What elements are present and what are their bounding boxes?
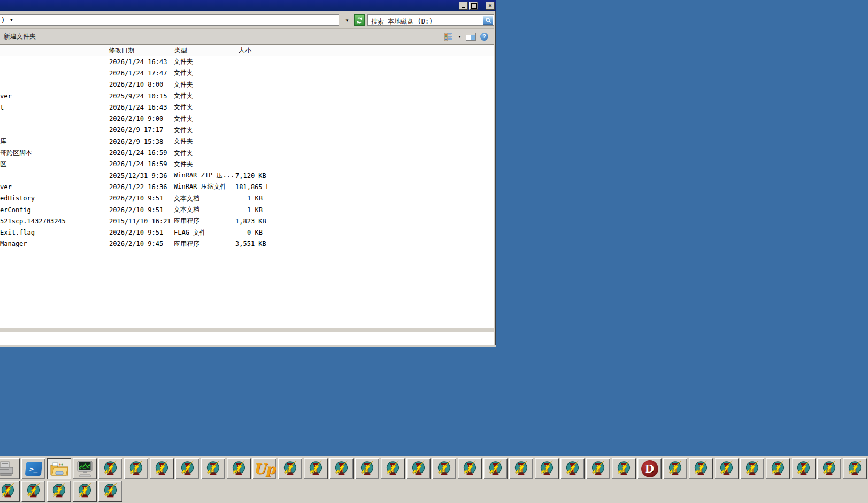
taskbar-button-system-monitor[interactable] — [73, 458, 97, 479]
taskbar-button-game-client[interactable] — [175, 458, 199, 479]
taskbar-button-dbc-app[interactable]: D — [637, 458, 662, 479]
change-view-dropdown-icon[interactable]: ▼ — [458, 35, 462, 38]
taskbar-button-printer-device[interactable] — [0, 458, 20, 479]
taskbar-button-game-client[interactable] — [843, 458, 867, 479]
taskbar-button-game-client[interactable] — [304, 458, 328, 479]
taskbar-button-game-client[interactable] — [715, 458, 739, 479]
file-name: erConfig — [0, 206, 105, 214]
file-row[interactable]: edHistory2026/2/10 9:51文本文档1 KB — [0, 193, 494, 204]
game-client-icon — [283, 460, 298, 477]
taskbar-button-game-client[interactable] — [766, 458, 790, 479]
taskbar-button-game-client[interactable] — [792, 458, 816, 479]
column-header[interactable]: 类型 — [171, 45, 235, 56]
taskbar-button-game-client[interactable] — [381, 458, 405, 479]
taskbar-button-game-client[interactable] — [201, 458, 225, 479]
file-row[interactable]: ver2025/9/24 10:15文件夹 — [0, 90, 494, 102]
preview-pane-icon[interactable] — [466, 33, 476, 41]
game-client-icon — [463, 460, 478, 477]
file-row[interactable]: 区2026/1/24 16:59文件夹 — [0, 159, 494, 170]
taskbar-button-game-client[interactable] — [586, 458, 610, 479]
refresh-icon — [356, 17, 363, 24]
taskbar-button-game-client[interactable] — [560, 458, 585, 479]
file-name: 库 — [0, 137, 105, 146]
file-type: 应用程序 — [171, 239, 235, 249]
column-header-empty[interactable] — [0, 45, 105, 56]
file-row[interactable]: Manager2026/2/10 9:45应用程序3,551 KB — [0, 238, 494, 250]
change-view-icon[interactable] — [444, 33, 454, 41]
file-row[interactable]: Exit.flag2026/2/10 9:51FLAG 文件0 KB — [0, 227, 494, 238]
refresh-button[interactable] — [354, 14, 365, 26]
command-toolbar: 新建文件夹 ▼ ? — [0, 29, 496, 45]
taskbar-button-game-client[interactable] — [0, 481, 20, 502]
close-button[interactable]: × — [486, 2, 495, 10]
file-row[interactable]: 2025/12/31 9:36WinRAR ZIP 压...7,120 KB — [0, 170, 494, 181]
window-border-bottom[interactable] — [0, 345, 496, 347]
file-date: 2026/1/24 17:47 — [105, 69, 171, 77]
taskbar-button-game-client[interactable] — [689, 458, 713, 479]
taskbar-button-game-client[interactable] — [124, 458, 148, 479]
window-border-right[interactable] — [494, 11, 496, 347]
game-client-icon — [565, 460, 580, 477]
taskbar-button-game-client[interactable] — [817, 458, 841, 479]
taskbar-button-game-client[interactable] — [21, 481, 45, 502]
column-header-empty[interactable] — [267, 45, 494, 56]
taskbar-button-game-client[interactable] — [458, 458, 482, 479]
taskbar-button-game-client[interactable] — [483, 458, 508, 479]
file-row[interactable]: 2026/1/24 17:47文件夹 — [0, 67, 494, 79]
column-header[interactable]: 大小 — [235, 45, 267, 56]
taskbar-button-game-client[interactable] — [612, 458, 636, 479]
file-type: 文件夹 — [171, 126, 235, 135]
game-client-icon — [78, 483, 93, 500]
address-bar[interactable]: ) ▼ — [0, 14, 339, 26]
taskbar-button-game-client[interactable] — [98, 481, 122, 502]
minimize-button[interactable] — [459, 2, 468, 10]
file-row[interactable]: ver2026/1/22 16:36WinRAR 压缩文件181,865 KB — [0, 181, 494, 192]
file-row[interactable]: 521scp.14327032452015/11/10 16:21应用程序1,8… — [0, 215, 494, 227]
file-row[interactable]: 哥跨区脚本2026/1/24 16:59文件夹 — [0, 147, 494, 158]
new-folder-button[interactable]: 新建文件夹 — [4, 32, 36, 41]
file-row[interactable]: 2026/2/10 9:00文件夹 — [0, 113, 494, 124]
taskbar-button-game-client[interactable] — [98, 458, 122, 479]
maximize-button[interactable] — [469, 2, 478, 10]
address-history-dropdown[interactable]: ▼ — [343, 17, 351, 24]
game-client-icon — [848, 460, 863, 477]
taskbar-button-game-client[interactable] — [278, 458, 302, 479]
taskbar-button-game-client[interactable] — [406, 458, 431, 479]
file-row[interactable]: 2026/2/9 17:17文件夹 — [0, 125, 494, 136]
help-icon[interactable]: ? — [480, 33, 488, 41]
taskbar-button-game-client[interactable] — [73, 481, 97, 502]
file-row[interactable]: t2026/1/24 16:43文件夹 — [0, 102, 494, 113]
column-header[interactable]: 修改日期 — [105, 45, 171, 56]
file-row[interactable]: erConfig2026/2/10 9:51文本文档1 KB — [0, 204, 494, 215]
taskbar-button-game-client[interactable] — [355, 458, 379, 479]
file-type: 文件夹 — [171, 114, 235, 123]
taskbar-button-game-client[interactable] — [227, 458, 251, 479]
taskbar-button-game-client[interactable] — [740, 458, 764, 479]
horizontal-scrollbar[interactable] — [0, 328, 494, 332]
taskbar-button-game-client[interactable] — [47, 481, 71, 502]
taskbar-button-explorer-folder[interactable] — [47, 458, 71, 479]
file-name: edHistory — [0, 195, 105, 202]
taskbar-button-game-client[interactable] — [535, 458, 559, 479]
taskbar-button-game-client[interactable] — [509, 458, 533, 479]
file-size: 1,823 KB — [235, 218, 267, 225]
taskbar-button-up-logo[interactable]: Up — [252, 458, 276, 479]
taskbar-button-game-client[interactable] — [329, 458, 354, 479]
search-button[interactable] — [483, 16, 493, 25]
file-date: 2026/1/24 16:59 — [105, 160, 171, 168]
taskbar-button-game-client[interactable] — [150, 458, 174, 479]
file-row[interactable]: 库2026/2/9 15:38文件夹 — [0, 136, 494, 147]
search-input[interactable] — [368, 15, 485, 26]
file-row[interactable]: 2026/2/10 8:00文件夹 — [0, 79, 494, 90]
address-band: ) ▼ ▼ — [0, 11, 496, 29]
file-date: 2026/2/9 17:17 — [105, 126, 171, 134]
taskbar-button-game-client[interactable] — [432, 458, 456, 479]
file-type: 文件夹 — [171, 80, 235, 89]
taskbar-button-powershell[interactable]: >_ — [21, 458, 45, 479]
window-titlebar[interactable]: × — [0, 0, 496, 11]
breadcrumb-dropdown-icon[interactable]: ▼ — [10, 18, 12, 22]
taskbar-button-game-client[interactable] — [663, 458, 687, 479]
file-date: 2026/1/24 16:59 — [105, 149, 171, 157]
game-client-icon — [437, 460, 452, 477]
file-row[interactable]: 2026/1/24 16:43文件夹 — [0, 56, 494, 67]
